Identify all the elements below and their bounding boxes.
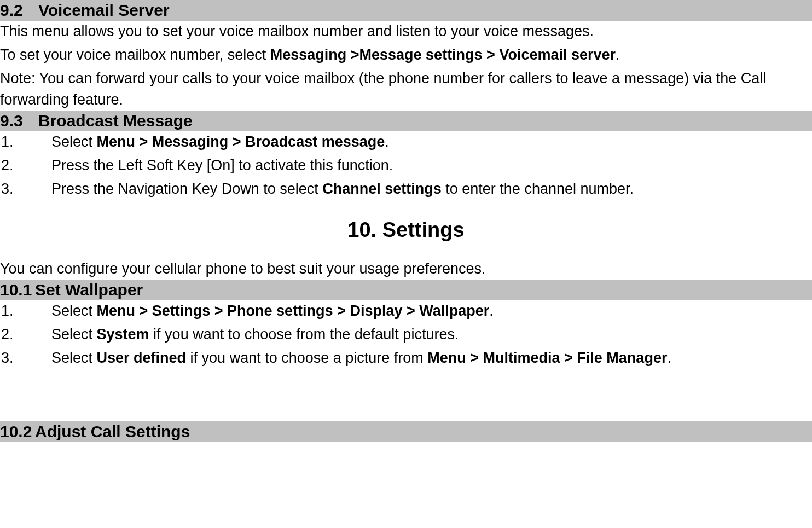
heading-title: Set Wallpaper	[35, 281, 143, 299]
bold-text: Menu > Multimedia > File Manager	[427, 350, 667, 366]
list-item: 1. Select Menu > Messaging > Broadcast m…	[0, 131, 812, 153]
text: To set your voice mailbox number, select	[0, 47, 270, 63]
heading-number: 10.1	[0, 280, 35, 300]
list-content: Select Menu > Settings > Phone settings …	[51, 300, 812, 322]
text: Press the Navigation Key Down to select	[51, 181, 322, 197]
heading-10-1: 10.1Set Wallpaper	[0, 280, 812, 300]
list-marker: 1.	[0, 131, 51, 153]
heading-number: 10.2	[0, 421, 35, 442]
paragraph: Note: You can forward your calls to your…	[0, 68, 812, 111]
list-marker: 3.	[0, 347, 51, 369]
heading-title: Broadcast Message	[38, 112, 193, 130]
list-content: Select User defined if you want to choos…	[51, 347, 812, 369]
heading-9-2: 9.2Voicemail Server	[0, 0, 812, 21]
bold-text: Menu > Messaging > Broadcast message	[97, 134, 385, 150]
list-item: 3. Select User defined if you want to ch…	[0, 347, 812, 369]
text: .	[667, 350, 671, 366]
ordered-list: 1. Select Menu > Settings > Phone settin…	[0, 300, 812, 369]
bold-text: Messaging >Message settings > Voicemail …	[270, 47, 616, 63]
list-content: Select Menu > Messaging > Broadcast mess…	[51, 131, 812, 153]
heading-number: 9.3	[0, 111, 38, 131]
text: .	[489, 303, 494, 319]
list-content: Press the Navigation Key Down to select …	[51, 178, 812, 200]
bold-text: Menu > Settings > Phone settings > Displ…	[97, 303, 490, 319]
list-marker: 1.	[0, 300, 51, 322]
text: Select	[51, 350, 97, 366]
heading-title: Adjust Call Settings	[35, 422, 190, 440]
text: Select	[51, 303, 97, 319]
heading-9-3: 9.3Broadcast Message	[0, 111, 812, 131]
list-content: Select System if you want to choose from…	[51, 324, 812, 345]
list-item: 1. Select Menu > Settings > Phone settin…	[0, 300, 812, 322]
bold-text: System	[97, 326, 149, 343]
text: Select	[51, 326, 97, 343]
paragraph: To set your voice mailbox number, select…	[0, 44, 812, 66]
list-content: Press the Left Soft Key [On] to activate…	[51, 155, 812, 176]
heading-number: 9.2	[0, 0, 38, 21]
text: .	[385, 134, 389, 150]
text: if you want to choose from the default p…	[149, 326, 459, 343]
bold-text: User defined	[97, 350, 187, 366]
heading-10: 10. Settings	[0, 218, 812, 242]
list-item: 2. Select System if you want to choose f…	[0, 324, 812, 345]
heading-title: Voicemail Server	[38, 1, 170, 19]
text: if you want to choose a picture from	[186, 350, 427, 366]
paragraph: This menu allows you to set your voice m…	[0, 21, 812, 42]
text: Press the Left Soft Key [On] to activate…	[51, 157, 393, 173]
list-marker: 2.	[0, 324, 51, 345]
paragraph: You can configure your cellular phone to…	[0, 258, 812, 280]
heading-10-2: 10.2Adjust Call Settings	[0, 421, 812, 442]
text: to enter the channel number.	[442, 181, 634, 197]
list-marker: 2.	[0, 155, 51, 176]
bold-text: Channel settings	[322, 181, 442, 197]
text: .	[616, 47, 620, 63]
list-marker: 3.	[0, 178, 51, 200]
ordered-list: 1. Select Menu > Messaging > Broadcast m…	[0, 131, 812, 200]
list-item: 2. Press the Left Soft Key [On] to activ…	[0, 155, 812, 176]
text: Select	[51, 134, 97, 150]
list-item: 3. Press the Navigation Key Down to sele…	[0, 178, 812, 200]
